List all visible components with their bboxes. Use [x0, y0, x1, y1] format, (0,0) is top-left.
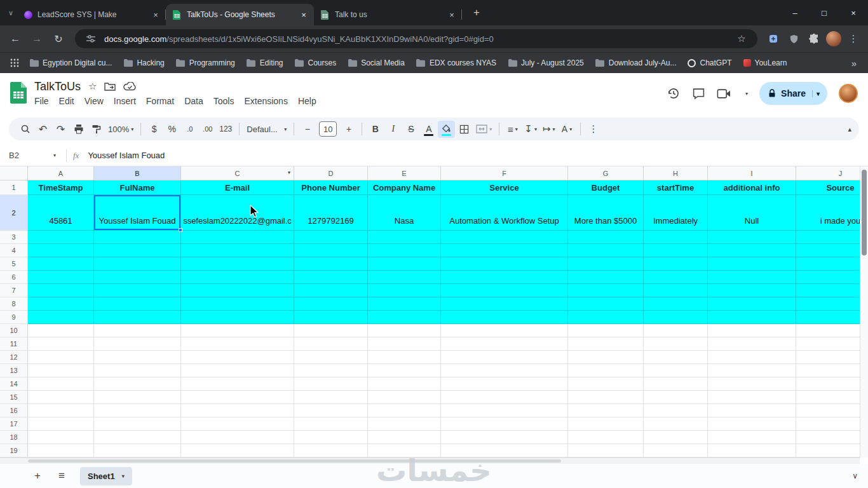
row-header-7[interactable]: 7: [0, 284, 28, 297]
account-avatar[interactable]: [839, 84, 858, 103]
cell-C18[interactable]: [181, 431, 294, 444]
cell-A12[interactable]: [28, 351, 94, 364]
column-dropdown-icon[interactable]: ▾: [288, 170, 290, 175]
all-sheets-icon[interactable]: ≡: [52, 466, 71, 485]
cell-E10[interactable]: [368, 324, 441, 337]
apps-grid-icon[interactable]: [6, 55, 23, 71]
cell-A8[interactable]: [28, 297, 94, 311]
version-history-icon[interactable]: [667, 86, 681, 100]
cell-E2[interactable]: Nasa: [368, 195, 441, 231]
text-color-button[interactable]: A: [420, 121, 437, 138]
cell-B16[interactable]: [94, 404, 181, 417]
cell-E15[interactable]: [368, 391, 441, 404]
pinned-extension-icon[interactable]: [765, 30, 782, 47]
cell-H4[interactable]: [644, 244, 708, 257]
cell-G10[interactable]: [568, 324, 644, 337]
cell-C19[interactable]: [181, 444, 294, 458]
zoom-select[interactable]: 100%▾: [105, 121, 136, 138]
cell-D3[interactable]: [294, 231, 368, 244]
bookmark-editing[interactable]: Editing: [241, 56, 288, 70]
sheet-tab-dropdown-icon[interactable]: ▾: [122, 473, 125, 479]
cell-A15[interactable]: [28, 391, 94, 404]
cell-I3[interactable]: [708, 231, 796, 244]
menu-view[interactable]: View: [79, 95, 109, 107]
cell-B18[interactable]: [94, 431, 181, 444]
column-header-A[interactable]: A: [28, 166, 94, 180]
cell-C3[interactable]: [181, 231, 294, 244]
column-header-E[interactable]: E: [368, 166, 441, 180]
cell-E3[interactable]: [368, 231, 441, 244]
document-title[interactable]: TalkToUs: [34, 80, 81, 93]
cell-B4[interactable]: [94, 244, 181, 257]
cell-H13[interactable]: [644, 364, 708, 377]
cell-C13[interactable]: [181, 364, 294, 377]
cell-C8[interactable]: [181, 297, 294, 311]
bold-button[interactable]: B: [367, 121, 384, 138]
menu-data[interactable]: Data: [179, 95, 208, 107]
bookmarks-overflow-icon[interactable]: »: [846, 58, 862, 69]
cell-D17[interactable]: [294, 417, 368, 431]
cell-C16[interactable]: [181, 404, 294, 417]
search-icon[interactable]: [17, 121, 34, 138]
row-header-2[interactable]: 2: [0, 195, 28, 231]
cell-G5[interactable]: [568, 257, 644, 271]
browser-tab-talk-to-us[interactable]: Talk to us×: [314, 4, 462, 25]
browser-menu-icon[interactable]: ⋮: [845, 30, 862, 47]
cell-F18[interactable]: [441, 431, 568, 444]
horizontal-align-button[interactable]: ≡▾: [504, 121, 521, 138]
column-header-B[interactable]: B: [94, 166, 181, 180]
cell-F9[interactable]: [441, 311, 568, 324]
cell-E14[interactable]: [368, 377, 441, 391]
bookmark-hacking[interactable]: Hacking: [118, 56, 169, 70]
cell-F19[interactable]: [441, 444, 568, 458]
cell-H11[interactable]: [644, 337, 708, 351]
cell-A18[interactable]: [28, 431, 94, 444]
tab-close-icon[interactable]: ×: [447, 10, 457, 20]
cell-A10[interactable]: [28, 324, 94, 337]
cell-I6[interactable]: [708, 271, 796, 284]
cell-B2[interactable]: Youssef Islam Fouad: [94, 195, 181, 231]
cell-J5[interactable]: [796, 257, 868, 271]
cell-E11[interactable]: [368, 337, 441, 351]
cell-H2[interactable]: Immediately: [644, 195, 708, 231]
cell-B1[interactable]: FulName: [94, 180, 181, 195]
cell-H18[interactable]: [644, 431, 708, 444]
cell-I17[interactable]: [708, 417, 796, 431]
cell-C2[interactable]: ssefeslam20222022@gmail.c: [181, 195, 294, 231]
cell-I2[interactable]: Null: [708, 195, 796, 231]
cell-H1[interactable]: startTime: [644, 180, 708, 195]
cell-B12[interactable]: [94, 351, 181, 364]
cell-J16[interactable]: [796, 404, 868, 417]
menu-edit[interactable]: Edit: [54, 95, 79, 107]
cell-C5[interactable]: [181, 257, 294, 271]
cell-J9[interactable]: [796, 311, 868, 324]
row-header-16[interactable]: 16: [0, 404, 28, 417]
cell-H10[interactable]: [644, 324, 708, 337]
cell-A9[interactable]: [28, 311, 94, 324]
cell-F10[interactable]: [441, 324, 568, 337]
cell-E1[interactable]: Company Name: [368, 180, 441, 195]
cell-E5[interactable]: [368, 257, 441, 271]
menu-format[interactable]: Format: [141, 95, 179, 107]
cell-F5[interactable]: [441, 257, 568, 271]
horizontal-scrollbar[interactable]: [0, 458, 860, 464]
borders-button[interactable]: [456, 121, 473, 138]
cell-D6[interactable]: [294, 271, 368, 284]
cell-I18[interactable]: [708, 431, 796, 444]
cell-H9[interactable]: [644, 311, 708, 324]
row-header-15[interactable]: 15: [0, 391, 28, 404]
font-size-input[interactable]: 10: [319, 121, 337, 137]
row-header-13[interactable]: 13: [0, 364, 28, 377]
row-header-19[interactable]: 19: [0, 444, 28, 458]
collapse-toolbar-icon[interactable]: ▴: [848, 125, 851, 133]
cell-D16[interactable]: [294, 404, 368, 417]
move-to-folder-icon[interactable]: [104, 82, 116, 91]
cell-F15[interactable]: [441, 391, 568, 404]
more-toolbar-icon[interactable]: ⋮: [585, 121, 602, 138]
share-button[interactable]: Share ▾: [759, 82, 827, 105]
cell-F11[interactable]: [441, 337, 568, 351]
cell-D18[interactable]: [294, 431, 368, 444]
cell-D7[interactable]: [294, 284, 368, 297]
menu-tools[interactable]: Tools: [208, 95, 240, 107]
column-header-C[interactable]: C▾: [181, 166, 294, 180]
